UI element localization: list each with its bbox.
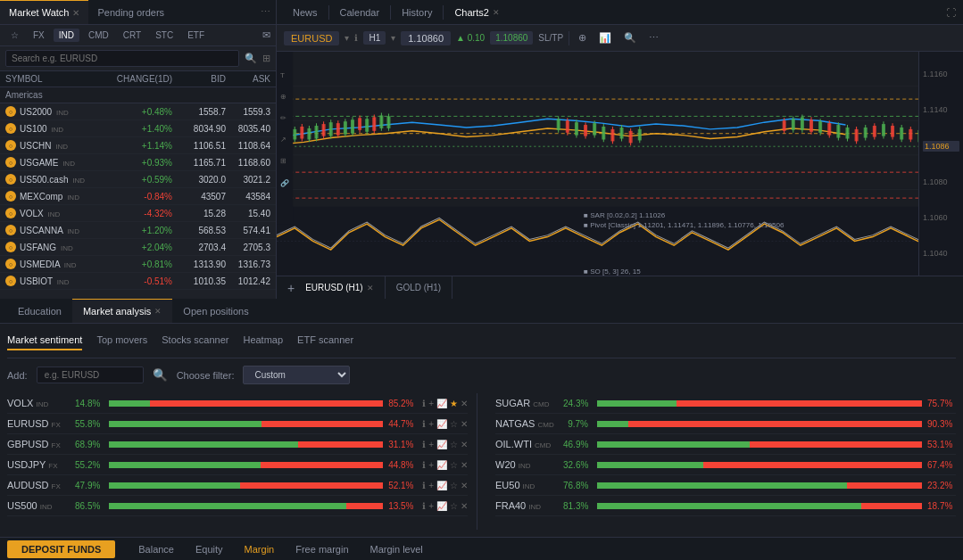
add-symbol-input[interactable] bbox=[37, 366, 144, 383]
sent-add[interactable]: + bbox=[428, 419, 434, 429]
sent-chart[interactable]: 📈 bbox=[436, 501, 447, 511]
sent-info[interactable]: ℹ bbox=[422, 481, 426, 490]
sent-close[interactable]: ✕ bbox=[461, 481, 468, 490]
sent-chart[interactable]: 📈 bbox=[436, 460, 447, 470]
bottom-tab-market-analysis[interactable]: Market analysis ✕ bbox=[72, 299, 172, 323]
sent-chart[interactable]: 📈 bbox=[436, 440, 447, 449]
subtab-heatmap[interactable]: Heatmap bbox=[243, 334, 283, 350]
sent-info[interactable]: ℹ bbox=[422, 399, 426, 408]
sent-info[interactable]: ℹ bbox=[422, 419, 426, 429]
sent-star[interactable]: ☆ bbox=[450, 419, 458, 429]
sent-add[interactable]: + bbox=[428, 501, 434, 511]
zoom-tool[interactable]: 🔍 bbox=[620, 30, 640, 45]
footer-tab-balance[interactable]: Balance bbox=[133, 544, 179, 555]
sent-bar bbox=[109, 441, 383, 448]
sent-chart[interactable]: 📈 bbox=[436, 419, 447, 429]
chart-info-icon[interactable]: ▾ bbox=[345, 33, 349, 43]
sent-info[interactable]: ℹ bbox=[422, 501, 426, 511]
table-row[interactable]: ○ US2000 IND +0.48% 1558.7 1559.3 bbox=[0, 103, 276, 120]
filter-dropdown[interactable]: Custom bbox=[243, 366, 350, 384]
chart-timeframe[interactable]: H1 bbox=[363, 31, 386, 45]
add-search-button[interactable]: 🔍 bbox=[153, 368, 168, 382]
table-row[interactable]: ○ USFANG IND +2.04% 2703.4 2705.3 bbox=[0, 239, 276, 256]
add-chart-btn[interactable]: + bbox=[287, 281, 295, 295]
chart-tab-news[interactable]: News bbox=[284, 0, 327, 24]
footer-tab-margin-level[interactable]: Margin level bbox=[365, 544, 428, 555]
subtab-top-movers[interactable]: Top movers bbox=[96, 334, 147, 350]
compare-tool[interactable]: ⊕ bbox=[575, 30, 590, 45]
footer-tab-free-margin[interactable]: Free margin bbox=[290, 544, 353, 555]
chart-symbol-badge[interactable]: EURUSD bbox=[284, 31, 339, 45]
footer-tab-equity[interactable]: Equity bbox=[190, 544, 228, 555]
search-icon[interactable]: 🔍 bbox=[245, 53, 257, 64]
chart-tf-down[interactable]: ▾ bbox=[391, 33, 395, 43]
sent-pct-red: 52.1% bbox=[388, 481, 417, 490]
sent-star[interactable]: ☆ bbox=[450, 501, 458, 511]
symbol-tab-cmd[interactable]: CMD bbox=[83, 29, 114, 42]
market-analysis-close[interactable]: ✕ bbox=[154, 307, 162, 316]
charts2-close[interactable]: ✕ bbox=[493, 8, 500, 17]
table-row[interactable]: ○ US100 IND +1.40% 8034.90 8035.40 bbox=[0, 120, 276, 137]
symbol-tabs: ☆ FX IND CMD CRT STC ETF ✉ bbox=[0, 25, 276, 46]
sent-info[interactable]: ℹ bbox=[422, 440, 426, 449]
table-row[interactable]: ○ USCANNA IND +1.20% 568.53 574.41 bbox=[0, 222, 276, 239]
sent-star[interactable]: ★ bbox=[450, 399, 458, 408]
chart-bottom-tab-eurusd[interactable]: EURUSD (H1) ✕ bbox=[295, 276, 385, 299]
table-row[interactable]: ○ VOLX IND -4.32% 15.28 15.40 bbox=[0, 205, 276, 222]
eurusd-tab-close[interactable]: ✕ bbox=[367, 284, 374, 292]
sent-close[interactable]: ✕ bbox=[461, 460, 468, 470]
chart-tab-charts2[interactable]: Charts2 ✕ bbox=[445, 0, 509, 24]
table-row[interactable]: ○ US500.cash IND +0.59% 3020.0 3021.2 bbox=[0, 171, 276, 188]
table-row[interactable]: ○ USGAME IND +0.93% 1165.71 1168.60 bbox=[0, 154, 276, 171]
symbol-email-icon[interactable]: ✉ bbox=[262, 29, 270, 41]
sent-close[interactable]: ✕ bbox=[461, 440, 468, 449]
table-row[interactable]: ○ USMEDIA IND +0.81% 1313.90 1316.73 bbox=[0, 256, 276, 273]
bottom-tab-education[interactable]: Education bbox=[7, 299, 72, 323]
panel-settings-icon[interactable]: ⋯ bbox=[255, 6, 276, 18]
subtab-etf-scanner[interactable]: ETF scanner bbox=[297, 334, 353, 350]
subtab-stocks-scanner[interactable]: Stocks scanner bbox=[162, 334, 228, 350]
sent-info[interactable]: ℹ bbox=[422, 460, 426, 470]
chart-tab-history[interactable]: History bbox=[393, 0, 441, 24]
search-input[interactable] bbox=[5, 50, 239, 67]
chart-bottom-tab-gold[interactable]: GOLD (H1) bbox=[386, 276, 453, 299]
deposit-button[interactable]: DEPOSIT FUNDS bbox=[7, 540, 115, 558]
bottom-tab-open-positions[interactable]: Open positions bbox=[172, 299, 259, 323]
sent-close[interactable]: ✕ bbox=[461, 399, 468, 408]
table-row[interactable]: ○ USBIOT IND -0.51% 1010.35 1012.42 bbox=[0, 273, 276, 290]
tab-pending-orders[interactable]: Pending orders bbox=[88, 0, 173, 24]
more-tool[interactable]: ⋯ bbox=[645, 30, 662, 45]
sent-star[interactable]: ☆ bbox=[450, 440, 458, 449]
list-item: EURUSD FX 55.8% 44.7% ℹ + 📈 ☆ ✕ bbox=[7, 414, 468, 434]
symbol-tab-crt[interactable]: CRT bbox=[118, 29, 146, 42]
chart-info-circle[interactable]: ℹ bbox=[354, 33, 358, 43]
symbol-tab-etf[interactable]: ETF bbox=[182, 29, 210, 42]
symbol-tab-fx[interactable]: FX bbox=[28, 29, 50, 42]
sent-chart[interactable]: 📈 bbox=[436, 481, 447, 490]
subtab-market-sentiment[interactable]: Market sentiment bbox=[7, 334, 82, 350]
chart-tab-calendar[interactable]: Calendar bbox=[331, 0, 389, 24]
maximize-icon[interactable]: ⛶ bbox=[946, 7, 956, 18]
indicator-tool[interactable]: 📊 bbox=[595, 30, 615, 45]
sent-add[interactable]: + bbox=[428, 460, 434, 470]
grid-icon[interactable]: ⊞ bbox=[262, 53, 270, 64]
sent-close[interactable]: ✕ bbox=[461, 501, 468, 511]
table-row[interactable]: ○ MEXComp IND -0.84% 43507 43584 bbox=[0, 188, 276, 205]
sent-actions: ℹ + 📈 ☆ ✕ bbox=[422, 419, 468, 429]
sent-close[interactable]: ✕ bbox=[461, 419, 468, 429]
price-scale: 1.1160 1.1140 1.1086 1.1080 1.1060 1.104… bbox=[918, 52, 963, 276]
sent-add[interactable]: + bbox=[428, 440, 434, 449]
symbol-tab-stc[interactable]: STC bbox=[150, 29, 178, 42]
sent-chart[interactable]: 📈 bbox=[436, 399, 447, 408]
table-row[interactable]: ○ USCHN IND +1.14% 1106.51 1108.64 bbox=[0, 137, 276, 154]
tab-market-watch-close[interactable]: ✕ bbox=[72, 8, 79, 18]
chart-price: 1.10860 bbox=[401, 31, 451, 45]
sent-star[interactable]: ☆ bbox=[450, 481, 458, 490]
sent-add[interactable]: + bbox=[428, 399, 434, 408]
symbol-tab-ind[interactable]: IND bbox=[54, 29, 79, 42]
sent-add[interactable]: + bbox=[428, 481, 434, 490]
footer-tab-margin[interactable]: Margin bbox=[239, 544, 280, 555]
symbol-tab-star[interactable]: ☆ bbox=[5, 29, 24, 42]
sent-star[interactable]: ☆ bbox=[450, 460, 458, 470]
tab-market-watch[interactable]: Market Watch ✕ bbox=[0, 0, 88, 24]
